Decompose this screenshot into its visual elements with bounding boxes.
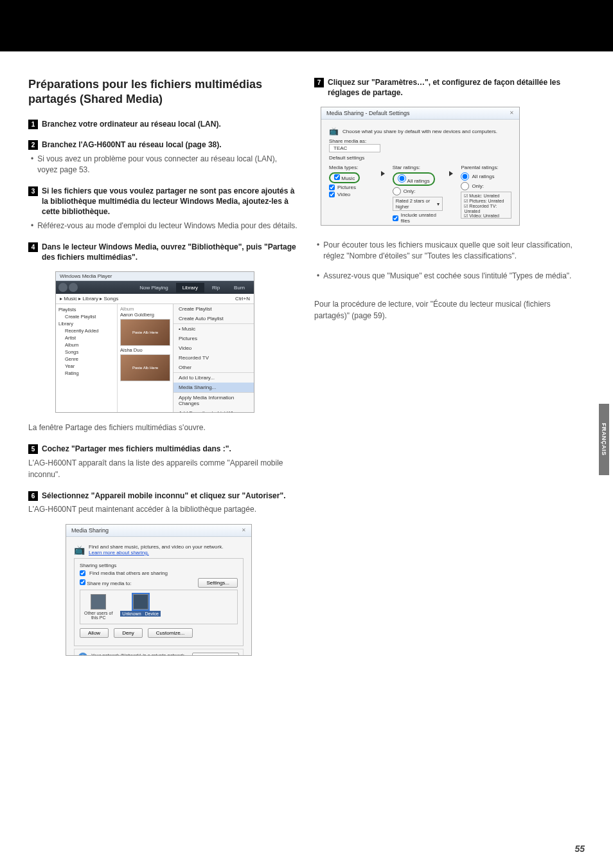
close-icon[interactable]: ✕	[242, 527, 246, 534]
share-media-checkbox[interactable]	[80, 579, 85, 585]
screenshot-media-sharing: Media Sharing✕ 📺 Find and share music, p…	[66, 524, 252, 656]
page-content: Préparations pour les fichiers multimédi…	[0, 51, 613, 868]
tree-year[interactable]: Year	[58, 363, 114, 370]
tree-album[interactable]: Album	[58, 341, 114, 348]
learn-more-link[interactable]: Learn more about sharing.	[89, 550, 149, 556]
tree-create-playlist[interactable]: Create Playlist	[58, 313, 114, 320]
wmp-breadcrumb: ▸ Music ▸ Library ▸ SongsCtrl+N	[56, 294, 254, 304]
step-title-6: Sélectionnez "Appareil mobile inconnu" e…	[42, 491, 286, 501]
deny-button[interactable]: Deny	[114, 628, 143, 638]
section-title: Préparations pour les fichiers multimédi…	[28, 77, 299, 107]
step-title-5: Cochez "Partager mes fichiers multimédia…	[42, 444, 231, 454]
menu-create-playlist[interactable]: Create Playlist	[173, 304, 254, 314]
network-info: i Your network (Network) is a private ne…	[74, 649, 244, 656]
menu-add-favorites[interactable]: Add Favorites to List When Dragging	[173, 408, 254, 413]
networking-button[interactable]: Networking...	[192, 653, 239, 656]
step-title-1: Branchez votre ordinateur au réseau loca…	[42, 119, 221, 129]
tree-rating[interactable]: Rating	[58, 370, 114, 377]
tree-artist[interactable]: Artist	[58, 334, 114, 341]
video-checkbox[interactable]	[329, 192, 335, 197]
wmp-library-menu: Create Playlist Create Auto Playlist • M…	[173, 304, 254, 413]
menu-other[interactable]: Other	[173, 363, 254, 373]
settings-button[interactable]: Settings...	[198, 578, 238, 588]
forward-icon[interactable]	[69, 283, 78, 292]
all-ratings-radio[interactable]	[398, 174, 406, 183]
include-unrated-checkbox[interactable]	[393, 215, 398, 221]
menu-music[interactable]: • Music	[173, 324, 254, 334]
top-black-bar	[0, 0, 613, 51]
step-2-bullet: Si vous avez un problème pour vous conne…	[39, 154, 299, 176]
arrow-icon	[378, 165, 389, 183]
step-number-2: 2	[28, 140, 38, 150]
tree-genre[interactable]: Genre	[58, 356, 114, 363]
p-all-ratings-radio[interactable]	[461, 172, 469, 181]
step-5: 5 Cochez "Partager mes fichiers multiméd…	[28, 444, 299, 480]
music-checkbox[interactable]	[334, 174, 340, 180]
chevron-down-icon: ▾	[437, 201, 440, 207]
only-radio[interactable]	[393, 187, 401, 195]
device-unknown[interactable]: UnknownDevice	[120, 594, 161, 617]
screenshot-wmp-library: Windows Media Player Now Playing Library…	[55, 271, 254, 413]
tab-burn[interactable]: Burn	[227, 283, 251, 293]
menu-apply-changes[interactable]: Apply Media Information Changes	[173, 393, 254, 408]
menu-media-sharing[interactable]: Media Sharing...	[173, 383, 254, 393]
step-number-5: 5	[28, 444, 38, 454]
parental-listbox[interactable]: ☑ Music: Unrated ☑ Pictures: Unrated ☑ R…	[461, 192, 511, 219]
device-other-users[interactable]: Other users ofthis PC	[84, 594, 112, 620]
caption-step-4: La fenêtre Partage des fichiers multiméd…	[28, 422, 299, 433]
menu-video[interactable]: Video	[173, 343, 254, 353]
album-name-1: Aaron Goldberg	[120, 312, 170, 318]
step-title-7: Cliquez sur "Paramètres…", et configurez…	[328, 77, 585, 98]
menu-pictures[interactable]: Pictures	[173, 334, 254, 343]
back-icon[interactable]	[58, 283, 67, 292]
tab-rip[interactable]: Rip	[206, 283, 226, 293]
parental-ratings-label: Parental ratings:	[461, 165, 511, 170]
rated-select[interactable]: Rated 2 stars or higher▾	[393, 197, 443, 211]
final-note: Pour la procédure de lecture, voir "Écou…	[314, 298, 585, 321]
menu-create-auto-playlist[interactable]: Create Auto Playlist	[173, 314, 254, 324]
info-icon: i	[78, 653, 87, 656]
step-3: 3 Si les fichiers que vous voulez partag…	[28, 186, 299, 231]
find-media-checkbox[interactable]	[80, 570, 85, 576]
album-column-header: Album	[120, 306, 170, 312]
tree-playlists[interactable]: Playlists	[58, 306, 114, 313]
language-tab: FRANÇAIS	[599, 404, 609, 475]
step-1: 1 Branchez votre ordinateur au réseau lo…	[28, 119, 299, 129]
share-as-input[interactable]: TEAC	[329, 144, 380, 152]
star-ratings-label: Star ratings:	[393, 165, 443, 170]
menu-add-to-library[interactable]: Add to Library...	[173, 373, 254, 383]
step-6: 6 Sélectionnez "Appareil mobile inconnu"…	[28, 491, 299, 515]
device-icon	[133, 594, 148, 610]
wmp-album-list: Album Aaron Goldberg Paste Alb Here Aish…	[118, 304, 173, 413]
page-number: 55	[574, 844, 585, 854]
tree-recently-added[interactable]: Recently Added	[58, 327, 114, 334]
tree-songs[interactable]: Songs	[58, 348, 114, 356]
step-3-bullet: Référez-vous au mode d'emploi du lecteur…	[39, 221, 299, 231]
tree-library[interactable]: Library	[58, 320, 114, 327]
sharing-settings-frame: Sharing settings Find media that others …	[74, 558, 244, 646]
tab-library[interactable]: Library	[176, 283, 204, 293]
album-art-2[interactable]: Paste Alb Here	[120, 354, 170, 381]
step-6-body: L'AG-H600NT peut maintenant accéder à la…	[28, 503, 299, 515]
tab-now-playing[interactable]: Now Playing	[133, 283, 174, 293]
step-number-3: 3	[28, 186, 38, 196]
all-ratings-circled: All ratings	[393, 172, 435, 186]
allow-button[interactable]: Allow	[80, 628, 109, 638]
wmp-sidebar: Playlists Create Playlist Library Recent…	[56, 304, 118, 413]
share-as-label: Share media as:	[329, 138, 511, 144]
step-4: 4 Dans le lecteur Windows Media, ouvrez …	[28, 242, 299, 262]
p-only-radio[interactable]	[461, 182, 469, 190]
customize-button[interactable]: Customize...	[148, 628, 193, 638]
device-list: Other users ofthis PC UnknownDevice	[80, 590, 238, 624]
menu-recorded-tv[interactable]: Recorded TV	[173, 353, 254, 363]
close-icon[interactable]: ✕	[510, 110, 514, 116]
step-7: 7 Cliquez sur "Paramètres…", et configur…	[314, 77, 585, 98]
step-number-6: 6	[28, 491, 38, 501]
arrow-icon	[447, 165, 457, 183]
default-settings-label: Default settings	[329, 155, 511, 161]
default-title-bar: Media Sharing - Default Settings✕	[321, 107, 519, 120]
step-number-4: 4	[28, 242, 38, 252]
pictures-checkbox[interactable]	[329, 185, 335, 190]
album-art-1[interactable]: Paste Alb Here	[120, 319, 170, 346]
step-number-7: 7	[314, 78, 324, 87]
